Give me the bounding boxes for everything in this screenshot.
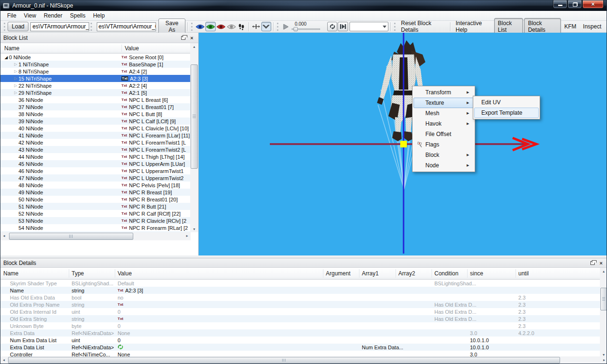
render-viewport[interactable] <box>199 33 607 255</box>
column-argument[interactable]: Argument <box>326 270 350 277</box>
scroll-right-icon[interactable]: ▸ <box>601 356 607 364</box>
detail-row[interactable]: Old Extra Prop NamestringTxtHas Old Extr… <box>0 301 600 308</box>
menu-help[interactable]: Help <box>89 11 109 20</box>
toolbar-drag-handle[interactable] <box>91 23 93 31</box>
save-as-button[interactable]: Save As <box>158 18 185 35</box>
float-panel-icon[interactable] <box>180 35 187 41</box>
tree-row[interactable]: ▷1 NiTriShapeTxtBaseShape [1] <box>0 61 191 68</box>
inspect-button[interactable]: Inspect <box>579 22 605 31</box>
expander-closed-icon[interactable]: ▷ <box>13 76 18 81</box>
menu-item-flags[interactable]: Flags <box>414 139 474 150</box>
column-name[interactable]: Name <box>4 45 19 52</box>
tree-row[interactable]: 38 NiNodeTxtNPC L Butt [8] <box>0 110 191 118</box>
load-path-field[interactable]: es\VTArmour\Armour_0.nif <box>30 22 89 31</box>
scrollbar-thumb[interactable] <box>191 64 198 169</box>
tree-row[interactable]: 44 NiNodeTxtNPC L Thigh [LThg] [14] <box>0 153 191 160</box>
scroll-right-icon[interactable]: ▸ <box>184 232 191 240</box>
menu-spells[interactable]: Spells <box>66 11 90 20</box>
scrollbar-thumb[interactable] <box>8 357 560 364</box>
eye-blue-icon[interactable] <box>195 22 205 31</box>
close-panel-icon[interactable]: × <box>188 35 195 41</box>
detail-row[interactable]: Extra Data ListRef<NiExtraData>Num Extra… <box>0 344 600 351</box>
block-list-vscrollbar[interactable]: ▴ ▾ <box>190 43 198 232</box>
block-list-hscrollbar[interactable]: ◂ ▸ <box>0 232 191 240</box>
expander-closed-icon[interactable]: ▷ <box>13 69 18 73</box>
detail-row[interactable]: Old Extra Internal Iduint0Has Old Extra … <box>0 308 600 315</box>
block-details-hscrollbar[interactable]: ◂ ▸ <box>0 356 607 364</box>
expander-closed-icon[interactable]: ▷ <box>13 62 18 66</box>
column-since[interactable]: since <box>470 270 483 277</box>
save-path-field[interactable]: es\VTArmour\Armour_0.nif <box>97 22 156 31</box>
menu-item-havok[interactable]: Havok▶ <box>414 118 474 129</box>
tree-row[interactable]: 52 NiNodeTxtNPC R Calf [RClf] [22] <box>0 210 191 217</box>
tree-row[interactable]: 39 NiNodeTxtNPC L Calf [LClf] [9] <box>0 118 191 125</box>
column-type[interactable]: Type <box>72 270 84 277</box>
menu-file[interactable]: File <box>3 11 20 20</box>
detail-row[interactable]: Unknown Bytebyte02.3 <box>0 322 600 329</box>
menu-item-texture[interactable]: Texture▶ <box>414 98 474 108</box>
column-until[interactable]: until <box>518 270 529 277</box>
tree-row[interactable]: 46 NiNodeTxtNPC L UpperarmTwist1 <box>0 167 191 174</box>
tree-row[interactable]: 41 NiNodeTxtNPC L Forearm [LLar] [11] <box>0 132 191 139</box>
tree-row[interactable]: 40 NiNodeTxtNPC L Clavicle [LClv] [10] <box>0 125 191 132</box>
scroll-down-icon[interactable]: ▾ <box>190 225 198 232</box>
tree-row[interactable]: 53 NiNodeTxtNPC R Clavicle [RClv] [2 <box>0 217 191 224</box>
close-button[interactable]: × <box>582 0 604 9</box>
toolbar-drag-handle[interactable] <box>4 23 6 31</box>
block-list-column-header[interactable]: Name Value <box>0 43 191 54</box>
scroll-up-icon[interactable]: ▴ <box>190 43 198 50</box>
scrollbar-thumb[interactable] <box>600 288 607 310</box>
time-slider[interactable] <box>292 27 320 31</box>
title-bar[interactable]: Armour_0.nif - NifSkope × <box>0 0 607 11</box>
tree-row[interactable]: 47 NiNodeTxtNPC L UpperarmTwist2 <box>0 174 191 182</box>
tree-row[interactable]: ◢0 NiNodeTxtScene Root [0] <box>0 54 191 61</box>
tree-row[interactable]: 54 NiNodeTxtNPC R Forearm [RLar] [2 <box>0 224 191 231</box>
scroll-left-icon[interactable]: ◂ <box>0 232 8 240</box>
menu-item-node[interactable]: Node▶ <box>414 160 474 171</box>
interactive-help-button[interactable]: Interactive Help <box>452 18 494 35</box>
detail-row[interactable]: Skyrim Shader TypeBSLightingShad...Defau… <box>0 280 600 287</box>
float-panel-icon[interactable] <box>589 260 596 266</box>
submenu-item-edit-uv[interactable]: Edit UV <box>474 97 539 108</box>
column-array1[interactable]: Array1 <box>362 270 378 277</box>
tree-row[interactable]: 49 NiNodeTxtNPC R Breast [19] <box>0 189 191 196</box>
footsteps-icon[interactable] <box>237 22 247 31</box>
block-details-vscrollbar[interactable]: ▴ ▾ <box>600 268 607 358</box>
tree-row[interactable]: ▷22 NiTriShapeTxtA2:2 [4] <box>0 82 191 89</box>
expander-open-icon[interactable]: ◢ <box>3 55 9 60</box>
minimize-button[interactable] <box>553 0 567 9</box>
tree-row[interactable]: 36 NiNodeTxtNPC L Breast [6] <box>0 96 191 103</box>
reset-block-details-button[interactable]: Reset Block Details <box>397 18 448 35</box>
play-through-icon[interactable] <box>338 22 348 31</box>
expander-closed-icon[interactable]: ▷ <box>13 83 18 88</box>
detail-row[interactable]: Num Extra Data Listuint010.0.1.0 <box>0 337 600 344</box>
tree-row[interactable]: 48 NiNodeTxtNPC Pelvis [Pelv] [18] <box>0 182 191 189</box>
tree-row[interactable]: 45 NiNodeTxtNPC L UpperArm [LUar] <box>0 160 191 167</box>
tree-row[interactable]: ▷8 NiTriShapeTxtA2:4 [2] <box>0 68 191 75</box>
tree-row[interactable]: ▷15 NiTriShapeTxtA2:3 [3] <box>0 75 191 82</box>
loop-icon[interactable] <box>327 22 338 31</box>
submenu-item-export-template[interactable]: Export Template <box>474 108 539 118</box>
play-icon[interactable] <box>281 22 291 31</box>
tree-row[interactable]: 51 NiNodeTxtNPC R Butt [21] <box>0 203 191 210</box>
menu-view[interactable]: View <box>20 11 40 20</box>
toolbar-drag-handle[interactable] <box>277 23 279 31</box>
scrollbar-thumb[interactable] <box>9 233 133 240</box>
move-axes-icon[interactable] <box>251 22 261 31</box>
tree-row[interactable]: 43 NiNodeTxtNPC L ForearmTwist2 [L <box>0 146 191 153</box>
kfm-button[interactable]: KFM <box>561 22 579 31</box>
menu-item-file-offset[interactable]: File Offset <box>414 129 474 139</box>
animation-combo[interactable] <box>349 22 388 31</box>
tree-row[interactable]: ▷29 NiTriShapeTxtA2:1 [5] <box>0 89 191 96</box>
eye-red-icon[interactable] <box>216 22 226 31</box>
column-array2[interactable]: Array2 <box>398 270 415 277</box>
detail-row[interactable]: Has Old Extra Databoolno2.3 <box>0 294 600 301</box>
detail-row[interactable]: NamestringTxtA2:3 [3] <box>0 287 600 294</box>
menu-item-mesh[interactable]: Mesh▶ <box>414 108 474 118</box>
close-panel-icon[interactable]: × <box>598 260 605 266</box>
view-dropdown-icon[interactable] <box>261 22 272 31</box>
expander-closed-icon[interactable]: ▷ <box>13 91 18 95</box>
column-condition[interactable]: Condition <box>434 270 459 277</box>
eye-green-icon[interactable] <box>205 22 216 31</box>
menu-item-block[interactable]: Block▶ <box>414 150 474 160</box>
